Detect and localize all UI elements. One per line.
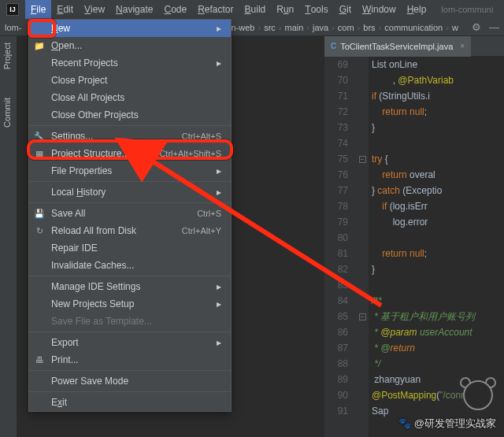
menu-item-invalidate-caches[interactable]: Invalidate Caches... — [29, 257, 231, 274]
menu-item-close-all-projects[interactable]: Close All Projects — [29, 89, 231, 106]
menu-item-repair-ide[interactable]: Repair IDE — [29, 239, 231, 257]
sidebar-tab-label: Project — [2, 43, 12, 69]
menu-view[interactable]: View — [79, 0, 110, 19]
breadcrumb-item[interactable]: on-web — [226, 23, 264, 32]
app-icon: IJ — [6, 3, 19, 16]
submenu-arrow-icon: ▸ — [217, 337, 221, 348]
shortcut-label: Ctrl+Alt+S — [182, 131, 221, 141]
java-class-icon: C — [331, 42, 336, 50]
tool-sidebar: Project Commit — [0, 36, 17, 437]
menu-item-settings[interactable]: 🔧Settings...Ctrl+Alt+S — [29, 128, 231, 145]
save-icon: 💾 — [34, 208, 45, 219]
menu-item-exit[interactable]: Exit — [29, 394, 231, 411]
menu-item-save-file-as-template: Save File as Template... — [29, 313, 231, 330]
sidebar-tab-label: Commit — [2, 98, 12, 128]
menu-refactor[interactable]: Refactor — [192, 0, 239, 19]
line-gutter: 6970717273747576777879808182838485868788… — [324, 57, 356, 437]
breadcrumb-item[interactable]: java — [313, 23, 338, 32]
menu-item-recent-projects[interactable]: Recent Projects▸ — [29, 54, 231, 72]
menu-item-file-properties[interactable]: File Properties▸ — [29, 162, 231, 180]
editor-tab[interactable]: C ToClientTaskServiceImpl.java × — [324, 36, 471, 57]
breadcrumb-item[interactable]: src — [264, 23, 284, 32]
menu-code[interactable]: Code — [158, 0, 192, 19]
menu-git[interactable]: Git — [334, 0, 357, 19]
menu-edit[interactable]: Edit — [51, 0, 79, 19]
menu-item-close-other-projects[interactable]: Close Other Projects — [29, 106, 231, 124]
menu-window[interactable]: Window — [357, 0, 402, 19]
gutter-marks: −− — [356, 57, 369, 437]
menu-build[interactable]: Build — [239, 0, 272, 19]
shortcut-label: Ctrl+Alt+Y — [182, 226, 221, 235]
menu-run[interactable]: Run — [271, 0, 299, 19]
menu-item-reload-all-from-disk[interactable]: ↻Reload All from DiskCtrl+Alt+Y — [29, 222, 231, 239]
minimize-icon[interactable]: — — [489, 21, 499, 33]
menu-item-manage-ide-settings[interactable]: Manage IDE Settings▸ — [29, 278, 231, 295]
gear-icon[interactable]: ⚙ — [472, 21, 481, 33]
menu-item-local-history[interactable]: Local History▸ — [29, 183, 231, 201]
menu-item-close-project[interactable]: Close Project — [29, 72, 231, 89]
sidebar-tab-commit[interactable]: Commit — [0, 91, 14, 134]
breadcrumb-item[interactable]: com — [338, 23, 363, 32]
editor-tab-label: ToClientTaskServiceImpl.java — [340, 42, 453, 51]
menu-item-save-all[interactable]: 💾Save AllCtrl+S — [29, 205, 231, 222]
menu-navigate[interactable]: Navigate — [110, 0, 158, 19]
watermark-logo — [460, 377, 496, 413]
close-icon[interactable]: × — [460, 42, 465, 50]
menu-item-project-structure[interactable]: ▦Project Structure...Ctrl+Alt+Shift+S — [29, 145, 231, 162]
menu-item-export[interactable]: Export▸ — [29, 334, 231, 351]
shortcut-label: Ctrl+S — [197, 209, 221, 218]
menu-file[interactable]: File — [25, 0, 51, 19]
shortcut-label: Ctrl+Alt+Shift+S — [159, 149, 221, 158]
submenu-arrow-icon: ▸ — [217, 298, 221, 309]
breadcrumb-item[interactable]: communication — [384, 23, 452, 32]
print-icon: 🖶 — [34, 354, 45, 365]
submenu-arrow-icon: ▸ — [217, 165, 221, 176]
menu-item-power-save-mode[interactable]: Power Save Mode — [29, 372, 231, 390]
menu-help[interactable]: Help — [402, 0, 432, 19]
submenu-arrow-icon: ▸ — [217, 57, 221, 69]
structure-icon: ▦ — [34, 148, 45, 159]
menu-item-new[interactable]: New▸ — [29, 20, 231, 37]
menubar: IJ FileEditViewNavigateCodeRefactorBuild… — [0, 0, 504, 19]
submenu-arrow-icon: ▸ — [217, 23, 221, 34]
submenu-arrow-icon: ▸ — [217, 187, 221, 198]
menu-item-open[interactable]: 📁Open... — [29, 37, 231, 54]
file-menu-dropdown: New▸📁Open...Recent Projects▸Close Projec… — [28, 19, 232, 412]
wrench-icon: 🔧 — [34, 131, 45, 142]
menu-tools[interactable]: Tools — [299, 0, 333, 19]
breadcrumb-item[interactable]: w — [452, 23, 465, 32]
menu-item-new-projects-setup[interactable]: New Projects Setup▸ — [29, 295, 231, 313]
breadcrumb-item[interactable]: main — [284, 23, 313, 32]
breadcrumb-trunc: lom- — [5, 23, 21, 32]
watermark-text: 🐾@研发管理实战家 — [398, 417, 496, 431]
paw-icon: 🐾 — [398, 417, 411, 429]
breadcrumb-item[interactable]: brs — [363, 23, 384, 32]
menu-item-print[interactable]: 🖶Print... — [29, 351, 231, 368]
submenu-arrow-icon: ▸ — [217, 281, 221, 292]
reload-icon: ↻ — [34, 225, 45, 236]
sidebar-tab-project[interactable]: Project — [0, 36, 14, 76]
project-name: lom-communi — [441, 5, 493, 14]
folder-icon: 📁 — [34, 40, 45, 51]
editor-tabs: C ToClientTaskServiceImpl.java × — [324, 36, 504, 57]
